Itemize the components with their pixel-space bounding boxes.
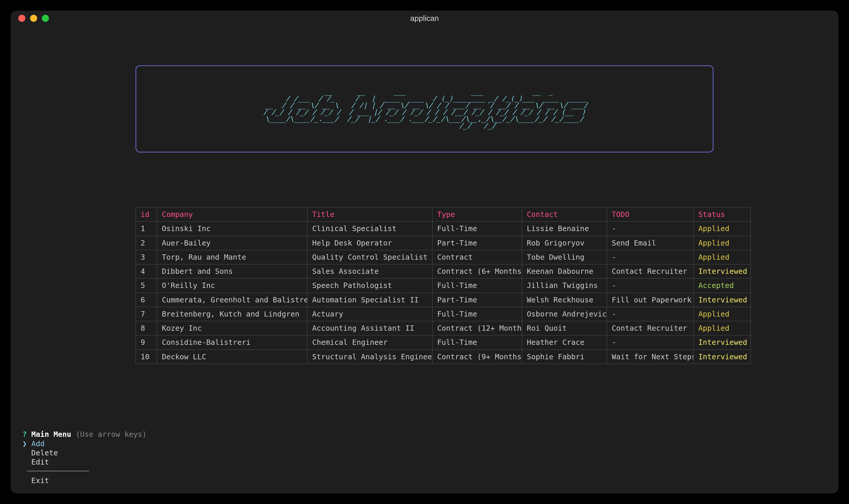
table-row[interactable]: 6Cummerata, Greenholt and BalistreriAuto… (136, 293, 751, 307)
cell-title: Structural Analysis Engineer (307, 349, 432, 364)
cell-todo: - (607, 278, 694, 293)
cell-todo: Contact Recruiter (607, 264, 694, 278)
cell-company: Breitenberg, Kutch and Lindgren (157, 307, 307, 321)
cell-contact: Rob Grigoryov (522, 236, 607, 250)
cell-contact: Osborne Andrejevic (522, 307, 607, 321)
terminal-body[interactable]: __ __ ___ ___ __ _ / /___ / /_ / | ____ … (11, 26, 838, 493)
header-title: Title (307, 208, 432, 222)
table-row[interactable]: 5O'Reilly IncSpeech PathologistFull-Time… (136, 278, 751, 293)
cell-type: Full-Time (432, 278, 522, 293)
cell-todo: Wait for Next Steps (607, 349, 694, 364)
header-contact: Contact (522, 208, 607, 222)
cell-id: 2 (136, 236, 157, 250)
table-row[interactable]: 8Kozey IncAccounting Assistant IIContrac… (136, 321, 751, 336)
cell-status: Applied (694, 250, 751, 264)
cell-company: Considine-Balistreri (157, 336, 307, 349)
table-row[interactable]: 4Dibbert and SonsSales AssociateContract… (136, 264, 751, 278)
cell-id: 1 (136, 222, 157, 236)
table-row[interactable]: 1Osinski IncClinical SpecialistFull-Time… (136, 222, 751, 236)
menu-cursor-icon: ❯ (22, 439, 27, 448)
cell-id: 5 (136, 278, 157, 293)
cell-contact: Lissie Benaine (522, 222, 607, 236)
cell-type: Full-Time (432, 336, 522, 349)
cell-status: Applied (694, 222, 751, 236)
cell-id: 3 (136, 250, 157, 264)
cell-type: Part-Time (432, 293, 522, 307)
cell-contact: Sophie Fabbri (522, 349, 607, 364)
cell-title: Sales Associate (307, 264, 432, 278)
cell-company: Deckow LLC (157, 349, 307, 364)
titlebar: applican (11, 11, 838, 26)
cell-title: Actuary (307, 307, 432, 321)
cell-contact: Keenan Dabourne (522, 264, 607, 278)
cell-status: Applied (694, 307, 751, 321)
minimize-icon[interactable] (30, 15, 37, 22)
cell-status: Interviewed (694, 349, 751, 364)
cell-company: Cummerata, Greenholt and Balistreri (157, 293, 307, 307)
window-controls (18, 15, 49, 22)
applications-table: id Company Title Type Contact TODO Statu… (136, 207, 751, 364)
table-header-row: id Company Title Type Contact TODO Statu… (136, 208, 751, 222)
cell-title: Quality Control Specialist (307, 250, 432, 264)
terminal-window: applican __ __ ___ ___ __ _ / /___ / /_ … (11, 11, 838, 493)
menu-item-edit[interactable]: Edit (31, 458, 49, 466)
header-todo: TODO (607, 208, 694, 222)
cell-type: Full-Time (432, 222, 522, 236)
cell-id: 4 (136, 264, 157, 278)
cell-status: Applied (694, 321, 751, 336)
table-row[interactable]: 7Breitenberg, Kutch and LindgrenActuaryF… (136, 307, 751, 321)
cell-contact: Roi Quoit (522, 321, 607, 336)
table-row[interactable]: 10Deckow LLCStructural Analysis Engineer… (136, 349, 751, 364)
window-title: applican (11, 14, 838, 23)
cell-title: Chemical Engineer (307, 336, 432, 349)
cell-status: Interviewed (694, 293, 751, 307)
close-icon[interactable] (18, 15, 25, 22)
cell-id: 7 (136, 307, 157, 321)
menu-hint: (Use arrow keys) (76, 430, 147, 438)
cell-company: Torp, Rau and Mante (157, 250, 307, 264)
table-row[interactable]: 9Considine-BalistreriChemical EngineerFu… (136, 336, 751, 349)
table-row[interactable]: 3Torp, Rau and ManteQuality Control Spec… (136, 250, 751, 264)
cell-contact: Tobe Dwelling (522, 250, 607, 264)
cell-title: Accounting Assistant II (307, 321, 432, 336)
ascii-banner-frame: __ __ ___ ___ __ _ / /___ / /_ / | ____ … (136, 66, 713, 152)
cell-id: 6 (136, 293, 157, 307)
cell-company: Kozey Inc (157, 321, 307, 336)
cell-id: 9 (136, 336, 157, 349)
header-status: Status (694, 208, 751, 222)
table-row[interactable]: 2Auer-BaileyHelp Desk OperatorPart-TimeR… (136, 236, 751, 250)
cell-status: Accepted (694, 278, 751, 293)
header-company: Company (157, 208, 307, 222)
prompt-symbol: ? (22, 430, 27, 438)
cell-type: Part-Time (432, 236, 522, 250)
cell-status: Interviewed (694, 264, 751, 278)
cell-todo: Send Email (607, 236, 694, 250)
cell-type: Full-Time (432, 307, 522, 321)
menu-separator: ────────────── (27, 467, 89, 475)
cell-todo: - (607, 336, 694, 349)
header-type: Type (432, 208, 522, 222)
cell-todo: - (607, 250, 694, 264)
cell-type: Contract (9+ Months) (432, 349, 522, 364)
menu-item-add[interactable]: Add (31, 439, 44, 448)
cell-todo: Contact Recruiter (607, 321, 694, 336)
cell-status: Applied (694, 236, 751, 250)
menu-item-exit[interactable]: Exit (31, 476, 49, 485)
cell-id: 8 (136, 321, 157, 336)
menu-item-delete[interactable]: Delete (31, 449, 58, 457)
cell-title: Speech Pathologist (307, 278, 432, 293)
cell-todo: - (607, 222, 694, 236)
cell-contact: Jillian Twiggins (522, 278, 607, 293)
cell-company: O'Reilly Inc (157, 278, 307, 293)
cell-type: Contract (6+ Months) (432, 264, 522, 278)
cell-type: Contract (12+ Months) (432, 321, 522, 336)
main-menu[interactable]: ? Main Menu (Use arrow keys) ❯ Add Delet… (22, 420, 827, 493)
cell-contact: Welsh Reckhouse (522, 293, 607, 307)
cell-todo: Fill out Paperwork (607, 293, 694, 307)
cell-title: Automation Specialist II (307, 293, 432, 307)
cell-title: Clinical Specialist (307, 222, 432, 236)
cell-type: Contract (432, 250, 522, 264)
zoom-icon[interactable] (42, 15, 49, 22)
cell-todo: - (607, 307, 694, 321)
header-id: id (136, 208, 157, 222)
